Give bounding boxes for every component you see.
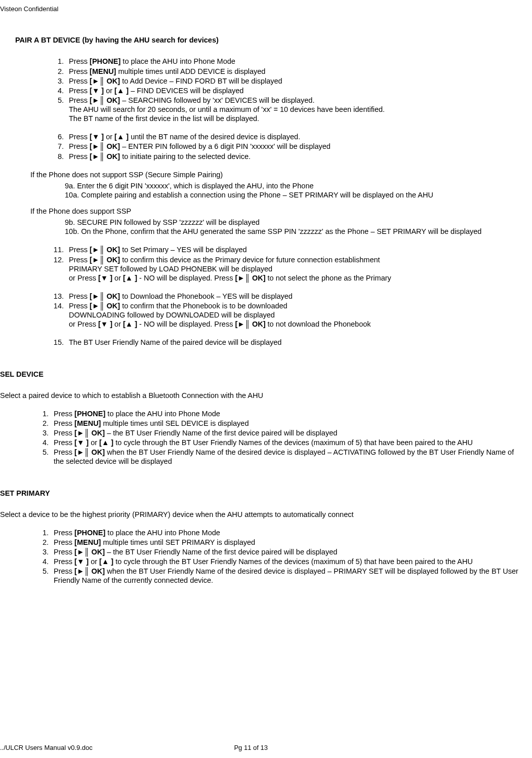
set-step-4: Press [▼ ] or [▲ ] to cycle through the …	[51, 557, 526, 566]
set-intro: Select a device to be the highest priori…	[0, 510, 526, 519]
key-ok: [►║ OK]	[90, 152, 120, 161]
step-11: Press [►║ OK] to Set Primary – YES will …	[66, 245, 526, 254]
key-up: [▲ ]	[99, 557, 113, 566]
t: to Set Primary – YES will be displayed	[120, 246, 247, 254]
t: Press	[69, 142, 90, 150]
step-13: Press [►║ OK] to Download the Phonebook …	[66, 292, 526, 301]
t: to confirm that the Phonebook is to be d…	[120, 302, 288, 310]
key-up: [▲ ]	[114, 133, 129, 141]
t: Press	[69, 302, 90, 310]
set-step-5: Press [►║ OK] when the BT User Friendly …	[51, 567, 526, 585]
step-5: Press [►║ OK] – SEARCHING followed by 'x…	[66, 96, 526, 123]
set-step-1: Press [PHONE] to place the AHU into Phon…	[51, 528, 526, 537]
t: to cycle through the BT User Friendly Na…	[113, 438, 473, 447]
t: to place the AHU into Phone Mode	[105, 410, 220, 418]
set-step-2: Press [MENU] multiple times until SET PR…	[51, 538, 526, 547]
t: to not select the phone as the Primary	[266, 274, 391, 282]
t: – SEARCHING followed by 'xx' DEVICES wil…	[120, 96, 314, 104]
t: - NO will be displayed. Press	[137, 274, 235, 282]
footer-filepath: ../ULCR Users Manual v0.9.doc	[0, 744, 234, 752]
key-ok: [►║ OK]	[74, 567, 105, 575]
t: to not download the Phonebook	[266, 320, 371, 328]
key-ok: [►║ OK]	[235, 320, 265, 328]
t: Press	[69, 77, 90, 85]
step-3: Press [►║ OK] to Add Device – FIND FORD …	[66, 76, 526, 86]
step-5-cont2: The BT name of the first device in the l…	[69, 114, 526, 123]
t: Press	[69, 87, 90, 95]
step-7: Press [►║ OK] – ENTER PIN followed by a …	[66, 142, 526, 151]
step-15: The BT User Friendly Name of the paired …	[66, 338, 526, 347]
sel-step-2: Press [MENU] multiple times until SEL DE…	[51, 419, 526, 428]
t: multiple times until ADD DEVICE is displ…	[116, 67, 265, 75]
t: or	[104, 87, 114, 95]
t: to cycle through the BT User Friendly Na…	[113, 557, 473, 566]
t: or Press	[69, 320, 98, 328]
t: or	[89, 557, 99, 566]
key-ok: [►║ OK]	[90, 142, 120, 150]
t: or	[89, 438, 99, 447]
t: Press	[54, 438, 74, 447]
t: or	[112, 274, 123, 282]
step-6: Press [▼ ] or [▲ ] until the BT name of …	[66, 132, 526, 141]
document-body: PAIR A BT DEVICE (by having the AHU sear…	[0, 35, 526, 585]
step-5-cont1: The AHU will search for 20 seconds, or u…	[69, 105, 526, 114]
pair-steps-13-14: Press [►║ OK] to Download the Phonebook …	[15, 292, 526, 329]
key-ok: [►║ OK]	[90, 256, 120, 264]
pair-step-15: The BT User Friendly Name of the paired …	[15, 338, 526, 347]
footer-page-number: Pg 11 of 13	[234, 744, 532, 752]
t: when the BT User Friendly Name of the de…	[54, 448, 514, 465]
step-8: Press [►║ OK] to initiate pairing to the…	[66, 152, 526, 161]
key-ok: [►║ OK]	[74, 548, 105, 556]
key-ok: [►║ OK]	[90, 77, 120, 85]
ssp-title: If the Phone does support SSP	[30, 207, 526, 216]
key-down: [▼ ]	[98, 274, 112, 282]
key-up: [▲ ]	[114, 87, 129, 95]
key-ok: [►║ OK]	[90, 292, 120, 300]
key-ok: [►║ OK]	[90, 246, 120, 254]
set-heading: SET PRIMARY	[0, 489, 526, 498]
no-ssp-block: If the Phone does not support SSP (Secur…	[30, 170, 526, 200]
key-ok: [►║ OK]	[74, 448, 105, 456]
key-down: [▼ ]	[74, 557, 89, 566]
t: multiple times until SET PRIMARY is disp…	[101, 538, 255, 546]
set-step-3: Press [►║ OK] – the BT User Friendly Nam…	[51, 547, 526, 556]
step-14: Press [►║ OK] to confirm that the Phoneb…	[66, 301, 526, 329]
key-down: [▼ ]	[90, 133, 104, 141]
key-menu: [MENU]	[74, 419, 101, 427]
t: to Add Device – FIND FORD BT will be dis…	[120, 77, 282, 85]
t: Press	[54, 548, 74, 556]
t: or Press	[69, 274, 98, 282]
t: Press	[69, 133, 90, 141]
key-ok: [►║ OK]	[90, 302, 120, 310]
t: Press	[69, 256, 90, 264]
key-down: [▼ ]	[98, 320, 112, 328]
t: when the BT User Friendly Name of the de…	[54, 567, 518, 584]
step-9b: 9b. SECURE PIN followed by SSP 'zzzzzz' …	[65, 218, 526, 227]
key-up: [▲ ]	[123, 320, 137, 328]
t: Press	[54, 419, 74, 427]
t: to initiate pairing to the selected devi…	[120, 152, 251, 161]
t: or	[104, 133, 114, 141]
set-steps: Press [PHONE] to place the AHU into Phon…	[15, 528, 526, 585]
step-10b: 10b. On the Phone, confirm that the AHU …	[65, 227, 526, 236]
t: – ENTER PIN followed by a 6 digit PIN 'x…	[120, 142, 331, 150]
confidential-header: Visteon Confidential	[0, 5, 526, 13]
no-ssp-title: If the Phone does not support SSP (Secur…	[30, 170, 526, 179]
ssp-block: If the Phone does support SSP 9b. SECURE…	[30, 207, 526, 236]
t: Press	[69, 67, 90, 75]
key-ok: [►║ OK]	[235, 274, 265, 282]
t: Press	[54, 567, 74, 575]
t: to place the AHU into Phone Mode	[120, 57, 235, 65]
t: Press	[54, 429, 74, 437]
step-10a: 10a. Complete pairing and establish a co…	[65, 190, 526, 200]
key-down: [▼ ]	[74, 438, 89, 447]
t: - NO will be displayed. Press	[137, 320, 235, 328]
t: to place the AHU into Phone Mode	[105, 529, 220, 537]
t: – the BT User Friendly Name of the first…	[105, 548, 337, 556]
pair-steps-11-12: Press [►║ OK] to Set Primary – YES will …	[15, 245, 526, 283]
t: Press	[69, 152, 90, 161]
step-14-cont2: or Press [▼ ] or [▲ ] - NO will be displ…	[69, 320, 526, 329]
key-down: [▼ ]	[90, 87, 104, 95]
pair-heading: PAIR A BT DEVICE (by having the AHU sear…	[15, 35, 526, 45]
sel-intro: Select a paired device to which to estab…	[0, 391, 526, 400]
